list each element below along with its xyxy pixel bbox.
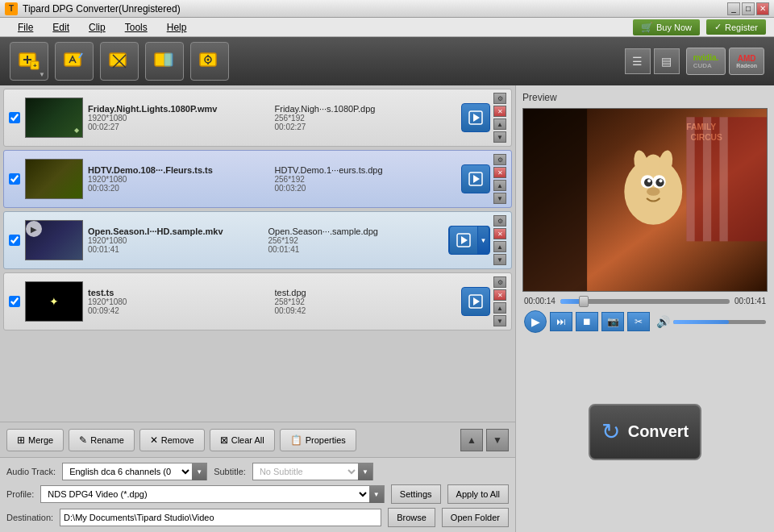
grid-view-button[interactable]: ▤ [654, 48, 680, 74]
file-meta-2: 1920*1080 00:03:20 [88, 175, 270, 193]
settings-button[interactable]: Settings [391, 484, 441, 504]
subtitle-arrow[interactable]: ▼ [358, 463, 372, 480]
settings-bar: Audio Track: English dca 6 channels (0 ▼… [0, 457, 515, 532]
destination-input[interactable]: D:\My Documents\Tipard Studio\Video [60, 509, 381, 526]
down-btn-2[interactable]: ▼ [493, 193, 506, 204]
register-button[interactable]: Register [706, 19, 766, 35]
convert-button[interactable]: ↻ Convert [589, 404, 701, 460]
gear-btn-1[interactable]: ⚙ [493, 93, 506, 104]
gear-btn-3[interactable]: ⚙ [493, 215, 506, 227]
stop-button[interactable]: ⏹ [576, 312, 598, 331]
play-button[interactable]: ▶ [524, 310, 547, 333]
output-name-1: Friday.Nigh···s.1080P.dpg [275, 104, 457, 114]
file-checkbox-3[interactable] [9, 235, 20, 246]
audio-track-arrow[interactable]: ▼ [192, 463, 206, 480]
remove-button[interactable]: ✕ Remove [139, 429, 205, 451]
clear-all-button[interactable]: ⊠ Clear All [210, 429, 275, 451]
merge-button[interactable]: ⊞ Merge [6, 429, 64, 451]
menu-edit[interactable]: Edit [43, 19, 79, 35]
next-frame-button[interactable]: ⏭ [550, 312, 572, 331]
remove-btn-3[interactable]: ✕ [493, 228, 506, 239]
file-thumbnail-4: ✦ [25, 281, 83, 322]
file-actions-2: ⚙ ✕ ▲ ▼ [461, 154, 506, 204]
list-view-button[interactable]: ☰ [625, 48, 651, 74]
menu-file[interactable]: File [8, 19, 43, 35]
up-btn-3[interactable]: ▲ [493, 241, 506, 252]
close-button[interactable]: ✕ [756, 2, 769, 15]
rename-button[interactable]: ✎ Rename [69, 429, 135, 451]
move-down-button[interactable]: ▼ [486, 429, 509, 451]
svg-text:+: + [33, 62, 37, 69]
properties-button[interactable]: 📋 Properties [280, 429, 356, 451]
time-total: 00:01:41 [734, 297, 766, 305]
convert-label: Convert [628, 422, 689, 441]
minimize-button[interactable]: _ [727, 2, 740, 15]
row-controls-1: ⚙ ✕ ▲ ▼ [493, 93, 506, 143]
svg-point-40 [659, 179, 662, 182]
format-button-1[interactable] [461, 103, 490, 132]
timeline-thumb[interactable] [579, 296, 589, 307]
svg-rect-32 [523, 109, 587, 291]
remove-btn-1[interactable]: ✕ [493, 106, 506, 117]
format-button-3: ▼ [448, 226, 490, 255]
menu-items: File Edit Clip Tools Help [8, 19, 196, 35]
output-meta-4: 258*192 00:09:42 [275, 297, 457, 315]
up-btn-1[interactable]: ▲ [493, 118, 506, 130]
file-thumbnail-1: ◆ [25, 98, 83, 138]
open-folder-button[interactable]: Open Folder [442, 508, 509, 527]
nvidia-badge: nvidia. CUDA [686, 48, 726, 75]
file-checkbox-2[interactable] [9, 173, 20, 185]
up-btn-2[interactable]: ▲ [493, 180, 506, 191]
output-name-2: HDTV.Demo.1···eurs.ts.dpg [275, 165, 457, 175]
row-controls-4: ⚙ ✕ ▲ ▼ [493, 276, 506, 326]
file-checkbox-4[interactable] [9, 296, 20, 307]
down-btn-1[interactable]: ▼ [493, 131, 506, 143]
maximize-button[interactable]: □ [742, 2, 755, 15]
right-panel: Preview FAMILY [516, 85, 774, 532]
view-buttons: ☰ ▤ [625, 48, 680, 74]
effect-button[interactable] [145, 42, 184, 81]
down-btn-3[interactable]: ▼ [493, 254, 506, 265]
svg-rect-31 [719, 117, 727, 241]
toolbar: + ☰ ▤ [0, 37, 774, 85]
file-output-1: Friday.Nigh···s.1080P.dpg 256*192 00:02:… [275, 104, 457, 131]
browse-button[interactable]: Browse [388, 508, 435, 527]
settings-tool-button[interactable] [190, 42, 229, 81]
down-btn-4[interactable]: ▼ [493, 315, 506, 326]
apply-all-button[interactable]: Apply to All [447, 484, 509, 504]
subtitle-select[interactable]: No Subtitle [253, 463, 358, 480]
svg-point-14 [207, 59, 210, 61]
audio-track-select[interactable]: English dca 6 channels (0 [63, 463, 192, 480]
format-main-btn-3[interactable] [449, 226, 478, 255]
profile-arrow[interactable]: ▼ [369, 485, 384, 503]
profile-select[interactable]: NDS DPG4 Video (*.dpg) [41, 486, 369, 502]
timeline: 00:00:14 00:01:41 [522, 297, 768, 305]
move-up-button[interactable]: ▲ [460, 429, 483, 451]
crop-button[interactable] [100, 42, 139, 81]
file-checkbox-1[interactable] [9, 112, 20, 123]
menu-help[interactable]: Help [157, 19, 197, 35]
gear-btn-2[interactable]: ⚙ [493, 154, 506, 165]
remove-btn-2[interactable]: ✕ [493, 167, 506, 178]
clip-button[interactable]: ✂ [627, 312, 650, 331]
output-meta-3: 256*192 00:01:41 [268, 236, 444, 254]
menu-clip[interactable]: Clip [79, 19, 115, 35]
gear-btn-4[interactable]: ⚙ [493, 276, 506, 288]
format-button-4[interactable] [461, 287, 490, 316]
timeline-bar[interactable] [560, 299, 730, 304]
svg-rect-30 [703, 117, 711, 241]
format-button-2[interactable] [461, 164, 490, 193]
snapshot-button[interactable]: 📷 [601, 312, 624, 331]
remove-btn-4[interactable]: ✕ [493, 289, 506, 301]
output-name-3: Open.Season···.sample.dpg [268, 227, 444, 236]
up-btn-4[interactable]: ▲ [493, 302, 506, 314]
header-actions: Buy Now Register [633, 19, 766, 35]
gpu-badges: nvidia. CUDA AMD Radeon [686, 48, 764, 75]
buy-now-button[interactable]: Buy Now [633, 19, 700, 35]
file-meta-3: 1920*1080 00:01:41 [88, 236, 264, 254]
menu-tools[interactable]: Tools [115, 19, 157, 35]
format-arrow-btn-3[interactable]: ▼ [478, 226, 489, 255]
volume-bar[interactable] [673, 320, 766, 324]
edit-button[interactable] [55, 42, 94, 81]
add-video-button[interactable]: + [10, 42, 48, 81]
